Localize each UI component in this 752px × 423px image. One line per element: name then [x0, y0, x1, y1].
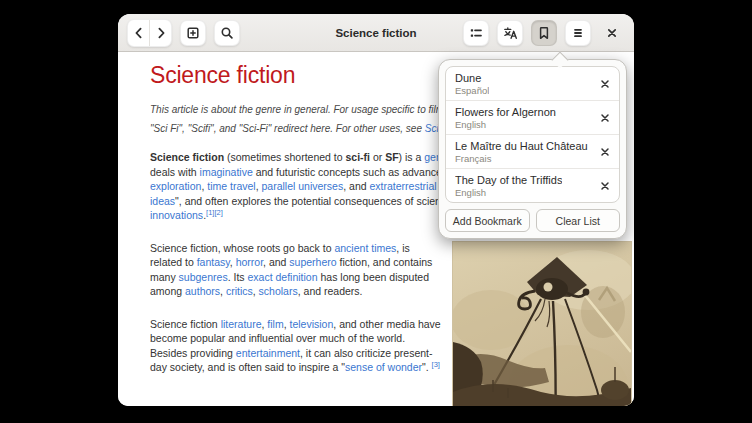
toc-button[interactable]	[463, 20, 489, 46]
bookmarks-button[interactable]	[531, 20, 557, 46]
add-bookmark-button[interactable]: Add Bookmark	[445, 209, 530, 232]
close-icon	[604, 25, 620, 41]
bookmark-language: English	[455, 187, 562, 198]
close-icon	[599, 146, 611, 158]
new-tab-button[interactable]	[180, 20, 206, 46]
language-icon	[502, 25, 518, 41]
remove-bookmark-button[interactable]	[595, 142, 615, 162]
chevron-left-icon	[131, 25, 147, 41]
bookmark-language: Español	[455, 85, 489, 96]
article-link[interactable]: time travel	[207, 180, 255, 192]
bookmark-row[interactable]: Flowers for Algernon English	[446, 100, 619, 134]
article-link[interactable]: sense of wonder	[345, 361, 422, 373]
article-link[interactable]: exact definition	[247, 271, 317, 283]
search-button[interactable]	[214, 20, 240, 46]
menu-icon	[570, 25, 586, 41]
article-link[interactable]: film	[267, 318, 283, 330]
remove-bookmark-button[interactable]	[595, 108, 615, 128]
article-link[interactable]: entertainment	[236, 347, 300, 359]
back-button[interactable]	[128, 20, 149, 46]
reference-link[interactable]: [2]	[214, 208, 222, 217]
remove-bookmark-button[interactable]	[595, 176, 615, 196]
close-icon	[599, 180, 611, 192]
bookmark-row[interactable]: Le Maître du Haut Château Français	[446, 134, 619, 168]
article-link[interactable]: ideas	[150, 195, 175, 207]
article-link[interactable]: ancient times	[334, 242, 396, 254]
martian-tripod-illustration	[453, 242, 631, 407]
header-bar: Science fiction	[118, 14, 634, 52]
bookmark-row[interactable]: Dune Español	[446, 67, 619, 100]
search-icon	[219, 25, 235, 41]
clear-list-button[interactable]: Clear List	[536, 209, 621, 232]
desktop-background: Science fiction	[0, 0, 752, 423]
article-link[interactable]: parallel universes	[262, 180, 344, 192]
bookmark-title: Le Maître du Haut Château	[455, 140, 588, 153]
bookmark-row[interactable]: The Day of the Triffids English	[446, 168, 619, 202]
new-tab-icon	[185, 25, 201, 41]
article-link[interactable]: imaginative	[200, 166, 253, 178]
article-link[interactable]: authors	[185, 285, 220, 297]
bookmark-icon	[536, 25, 552, 41]
bookmark-title: Dune	[455, 72, 489, 85]
bookmarks-actions: Add Bookmark Clear List	[445, 209, 620, 232]
bookmarks-popover: Dune Español Flowers for Algernon Englis…	[438, 59, 627, 239]
bookmark-title: Flowers for Algernon	[455, 106, 556, 119]
close-icon	[599, 112, 611, 124]
bookmark-language: English	[455, 119, 556, 130]
article-link[interactable]: critics	[226, 285, 253, 297]
close-window-button[interactable]	[599, 20, 625, 46]
article-image[interactable]	[452, 241, 632, 407]
bookmarks-list: Dune Español Flowers for Algernon Englis…	[445, 66, 620, 203]
chevron-right-icon	[153, 25, 169, 41]
menu-button[interactable]	[565, 20, 591, 46]
article-link[interactable]: subgenres	[179, 271, 228, 283]
close-icon	[599, 78, 611, 90]
article-link[interactable]: literature	[221, 318, 262, 330]
article-link[interactable]: television	[290, 318, 334, 330]
language-button[interactable]	[497, 20, 523, 46]
bookmark-title: The Day of the Triffids	[455, 174, 562, 187]
remove-bookmark-button[interactable]	[595, 74, 615, 94]
bookmark-language: Français	[455, 153, 588, 164]
article-link[interactable]: horror	[236, 256, 263, 268]
forward-button[interactable]	[149, 20, 171, 46]
article-link[interactable]: scholars	[259, 285, 298, 297]
history-nav-group	[127, 19, 172, 47]
article-link[interactable]: superhero	[289, 256, 336, 268]
reference-link[interactable]: [3]	[432, 360, 440, 369]
list-bullet-icon	[468, 25, 484, 41]
article-link[interactable]: fantasy	[197, 256, 230, 268]
